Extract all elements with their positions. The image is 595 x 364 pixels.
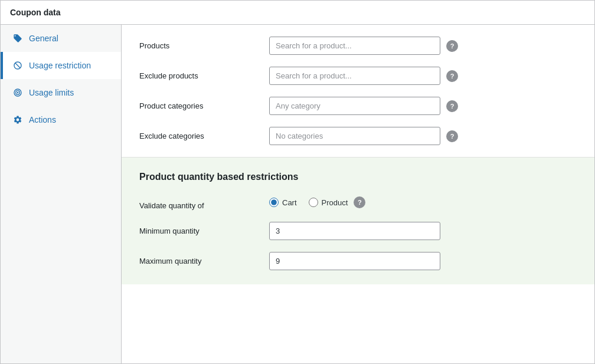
validate-quantity-field: Cart Product ?	[269, 196, 577, 208]
main-content: Products ? Exclude products ?	[122, 25, 594, 363]
form-section: Products ? Exclude products ?	[122, 25, 594, 158]
sidebar-item-general[interactable]: General	[1, 25, 121, 52]
minimum-quantity-input[interactable]	[269, 222, 440, 240]
radio-cart-label: Cart	[282, 198, 297, 207]
validate-quantity-row: Validate quantity of Cart Product	[139, 196, 577, 210]
radio-cart[interactable]: Cart	[269, 198, 297, 207]
maximum-quantity-field	[269, 252, 577, 270]
sidebar-item-limits-label: Usage limits	[29, 88, 74, 97]
product-categories-row: Product categories ?	[139, 97, 577, 115]
products-field: ?	[269, 37, 577, 55]
exclude-categories-field: ?	[269, 127, 577, 145]
product-categories-help-icon[interactable]: ?	[446, 100, 458, 112]
tag-icon	[12, 33, 23, 44]
radio-product[interactable]: Product	[309, 198, 348, 207]
coupon-panel: Coupon data General Usage restriction	[0, 0, 595, 364]
actions-icon	[12, 114, 23, 125]
products-row: Products ?	[139, 37, 577, 55]
validate-radio-group: Cart Product	[269, 198, 348, 207]
panel-body: General Usage restriction Usage limits	[1, 25, 594, 363]
products-input[interactable]	[269, 37, 440, 55]
radio-product-input[interactable]	[309, 198, 318, 207]
sidebar-item-usage-limits[interactable]: Usage limits	[1, 79, 121, 106]
radio-cart-input[interactable]	[269, 198, 279, 207]
validate-help-icon[interactable]: ?	[354, 196, 365, 208]
exclude-categories-help-icon[interactable]: ?	[446, 130, 458, 142]
products-help-icon[interactable]: ?	[446, 40, 458, 52]
products-label: Products	[139, 37, 257, 50]
restriction-icon	[12, 60, 23, 71]
sidebar-item-actions-label: Actions	[29, 115, 56, 124]
product-categories-label: Product categories	[139, 97, 257, 110]
panel-title: Coupon data	[10, 8, 585, 17]
sidebar-item-restriction-label: Usage restriction	[29, 61, 91, 70]
product-categories-field: ?	[269, 97, 577, 115]
sidebar: General Usage restriction Usage limits	[1, 25, 122, 363]
exclude-categories-row: Exclude categories ?	[139, 127, 577, 145]
minimum-quantity-label: Minimum quantity	[139, 222, 257, 235]
maximum-quantity-input[interactable]	[269, 252, 440, 270]
validate-quantity-label: Validate quantity of	[139, 196, 257, 210]
quantity-section: Product quantity based restrictions Vali…	[122, 158, 594, 284]
sidebar-item-actions[interactable]: Actions	[1, 106, 121, 133]
sidebar-item-general-label: General	[29, 34, 58, 43]
exclude-products-field: ?	[269, 67, 577, 85]
exclude-products-input[interactable]	[269, 67, 440, 85]
radio-product-label: Product	[322, 198, 348, 207]
quantity-section-title: Product quantity based restrictions	[139, 172, 577, 182]
maximum-quantity-label: Maximum quantity	[139, 252, 257, 265]
minimum-quantity-row: Minimum quantity	[139, 222, 577, 240]
product-categories-input[interactable]	[269, 97, 440, 115]
maximum-quantity-row: Maximum quantity	[139, 252, 577, 270]
sidebar-item-usage-restriction[interactable]: Usage restriction	[1, 52, 121, 79]
exclude-categories-input[interactable]	[269, 127, 440, 145]
minimum-quantity-field	[269, 222, 577, 240]
exclude-products-label: Exclude products	[139, 67, 257, 80]
exclude-products-row: Exclude products ?	[139, 67, 577, 85]
exclude-categories-label: Exclude categories	[139, 127, 257, 140]
panel-header: Coupon data	[1, 1, 594, 25]
limits-icon	[12, 87, 23, 98]
exclude-products-help-icon[interactable]: ?	[446, 70, 458, 82]
